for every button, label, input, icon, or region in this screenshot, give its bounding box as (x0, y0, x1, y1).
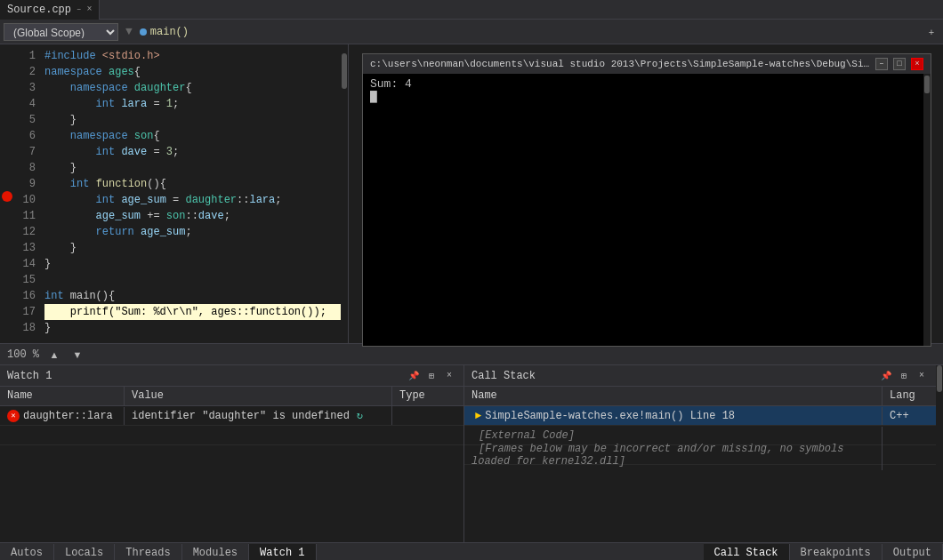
bp-gutter-cell[interactable] (0, 44, 14, 60)
watch-col-name-header: Name (0, 387, 125, 405)
console-scrollbar[interactable] (923, 74, 931, 346)
code-line (44, 272, 348, 288)
bp-gutter-cell[interactable] (0, 60, 14, 76)
bp-gutter-cell[interactable] (0, 268, 14, 284)
cs-row[interactable]: [Frames below may be incorrect and/or mi… (464, 445, 936, 465)
refresh-icon[interactable]: ↻ (357, 409, 363, 422)
tab-filename: Source.cpp (7, 4, 71, 16)
cs-row-name-text: [Frames below may be incorrect and/or mi… (472, 443, 843, 468)
watch-pin-btn[interactable]: 📌 (407, 369, 421, 383)
code-line: age_sum += son::dave; (44, 208, 348, 224)
watch-row[interactable]: ✕daughter::laraidentifier "daughter" is … (0, 406, 463, 426)
toolbar-plus-btn[interactable]: + (923, 24, 939, 40)
bp-gutter-cell[interactable] (0, 220, 14, 236)
cs-rows: ►SimpleSample-watches.exe!main() Line 18… (464, 406, 936, 465)
bp-gutter-cell[interactable] (0, 204, 14, 220)
bottom-tab-threads[interactable]: Threads (115, 544, 181, 560)
tab-pin-icon: – (77, 5, 81, 14)
bp-gutter-cell[interactable] (0, 156, 14, 172)
scope-divider: ▼ (125, 25, 133, 38)
line-number: 7 (14, 144, 36, 160)
code-line: int dave = 3; (44, 144, 348, 160)
editor-scrollbar[interactable] (341, 44, 348, 343)
line-numbers: 123456789101112131415161718 (14, 44, 41, 343)
right-tab-group: Call StackBreakpointsOutput (704, 544, 943, 560)
console-maximize-btn[interactable]: □ (893, 58, 906, 70)
console-window: c:\users\neonman\documents\visual studio… (362, 53, 931, 347)
bp-gutter-cell[interactable] (0, 124, 14, 140)
cs-active-arrow: ► (475, 410, 481, 422)
cs-row[interactable]: ►SimpleSample-watches.exe!main() Line 18… (464, 406, 936, 426)
console-minimize-btn[interactable]: – (875, 58, 888, 70)
bp-gutter-cell[interactable] (0, 252, 14, 268)
code-lines: #include <stdio.h>namespace ages{ namesp… (41, 44, 348, 343)
zoom-down-btn[interactable]: ▼ (69, 347, 85, 363)
code-editor[interactable]: 123456789101112131415161718 #include <st… (0, 44, 349, 343)
bottom-tab-modules[interactable]: Modules (182, 544, 249, 560)
console-cursor: █ (370, 91, 916, 104)
cs-row-name: ►SimpleSample-watches.exe!main() Line 18 (464, 407, 883, 425)
watch-panel-header: Watch 1 📌 ⊞ × (0, 365, 463, 387)
bp-gutter-cell[interactable] (0, 108, 14, 124)
bp-gutter-cell[interactable] (0, 76, 14, 92)
breakpoint-marker (2, 191, 12, 202)
callstack-panel: Call Stack 📌 ⊞ × Name Lang ►SimpleSample… (464, 365, 936, 542)
callstack-expand-btn[interactable]: ⊞ (897, 369, 911, 383)
code-line: } (44, 160, 348, 176)
line-number: 2 (14, 64, 36, 80)
cs-col-name-header: Name (464, 387, 883, 405)
console-close-btn[interactable]: × (911, 58, 923, 70)
console-title-text: c:\users\neonman\documents\visual studio… (370, 59, 872, 69)
cs-row-lang (883, 433, 936, 438)
bottom-tab-autos[interactable]: Autos (0, 544, 54, 560)
bp-gutter-cell[interactable] (0, 188, 14, 204)
cs-row-name-text: SimpleSample-watches.exe!main() Line 18 (485, 410, 735, 422)
watch-panel-title-area: Watch 1 (7, 370, 52, 382)
watch-empty-row[interactable] (0, 426, 463, 445)
watch-panel: Watch 1 📌 ⊞ × Name Value Type ✕daughter:… (0, 365, 464, 542)
line-number: 6 (14, 128, 36, 144)
watch-table: Name Value Type ✕daughter::laraidentifie… (0, 387, 463, 542)
scope-bar-right: + (923, 24, 939, 40)
bottom-tab-call-stack[interactable]: Call Stack (704, 544, 790, 560)
callstack-pin-btn[interactable]: 📌 (879, 369, 893, 383)
line-number: 5 (14, 112, 36, 128)
console-body: Sum: 4 █ (363, 74, 923, 346)
console-body-row: Sum: 4 █ (363, 74, 931, 346)
bottom-tab-breakpoints[interactable]: Breakpoints (790, 544, 883, 560)
callstack-close-btn[interactable]: × (915, 369, 929, 383)
zoom-up-btn[interactable]: ▲ (46, 347, 62, 363)
scope-selector[interactable]: (Global Scope) (4, 23, 118, 41)
bp-gutter-cell[interactable] (0, 92, 14, 108)
bottom-tab-watch-1[interactable]: Watch 1 (249, 544, 316, 560)
bottom-tab-locals[interactable]: Locals (54, 544, 115, 560)
watch-col-headers: Name Value Type (0, 387, 463, 406)
error-icon: ✕ (7, 410, 20, 422)
code-line: namespace ages{ (44, 64, 348, 80)
console-title-bar: c:\users\neonman\documents\visual studio… (363, 54, 931, 74)
code-line: } (44, 256, 348, 272)
tab-close-btn[interactable]: × (86, 4, 92, 14)
bp-gutter-cell[interactable] (0, 140, 14, 156)
callstack-panel-header: Call Stack 📌 ⊞ × (464, 365, 936, 387)
bp-gutter-cell[interactable] (0, 172, 14, 188)
line-number: 3 (14, 80, 36, 96)
callstack-table: Name Lang ►SimpleSample-watches.exe!main… (464, 387, 936, 542)
watch-expand-btn[interactable]: ⊞ (424, 369, 439, 383)
bp-gutter-cell[interactable] (0, 300, 14, 316)
watch-close-btn[interactable]: × (442, 369, 456, 383)
bottom-tab-bar: AutosLocalsThreadsModulesWatch 1 Call St… (0, 542, 943, 560)
callstack-panel-buttons: 📌 ⊞ × (879, 369, 929, 383)
bottom-panel-scrollbar[interactable] (936, 365, 943, 542)
bottom-tab-output[interactable]: Output (883, 544, 943, 560)
line-number: 1 (14, 48, 36, 64)
bp-gutter-cell[interactable] (0, 236, 14, 252)
bp-gutter-cell[interactable] (0, 284, 14, 300)
watch-row-name: ✕daughter::lara (0, 407, 125, 425)
callstack-panel-title: Call Stack (472, 370, 536, 382)
source-tab[interactable]: Source.cpp – × (0, 0, 100, 20)
line-number: 18 (14, 320, 36, 336)
bp-gutter-cell[interactable] (0, 316, 14, 332)
code-line: return age_sum; (44, 224, 348, 240)
code-line: } (44, 320, 348, 336)
